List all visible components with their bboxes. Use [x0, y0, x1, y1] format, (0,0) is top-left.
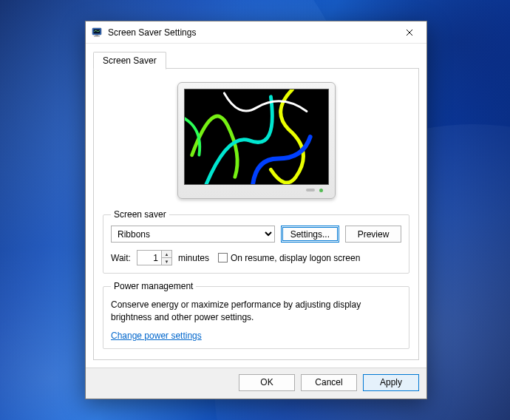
preview-monitor — [177, 82, 336, 199]
resume-checkbox-label: On resume, display logon screen — [231, 253, 360, 263]
dialog-client-area: Screen Saver — [86, 44, 426, 368]
screensaver-group: Screen saver Ribbons Settings... Preview… — [103, 209, 409, 274]
settings-button[interactable]: Settings... — [281, 226, 339, 243]
change-power-settings-link[interactable]: Change power settings — [111, 331, 202, 341]
minutes-label: minutes — [178, 253, 209, 263]
monitor-screen — [184, 89, 329, 185]
power-description: Conserve energy or maximize performance … — [111, 299, 401, 325]
screensaver-settings-dialog: Screen Saver Settings Screen Saver — [85, 21, 427, 399]
resume-checkbox[interactable] — [218, 253, 228, 262]
close-button[interactable] — [392, 21, 426, 44]
monitor-frame — [177, 82, 336, 199]
power-group-legend: Power management — [111, 281, 196, 291]
screensaver-preview-area — [103, 78, 409, 209]
wait-input[interactable] — [137, 251, 161, 265]
apply-button[interactable]: Apply — [363, 374, 419, 391]
tab-label: Screen Saver — [103, 55, 157, 66]
resume-checkbox-wrap[interactable]: On resume, display logon screen — [218, 253, 360, 263]
app-icon — [92, 27, 103, 38]
window-title: Screen Saver Settings — [108, 27, 392, 38]
titlebar[interactable]: Screen Saver Settings — [86, 21, 426, 44]
monitor-led-icon — [319, 189, 323, 192]
cancel-button[interactable]: Cancel — [301, 374, 357, 391]
monitor-base — [184, 185, 329, 195]
dialog-button-row: OK Cancel Apply — [86, 368, 426, 399]
tab-strip-border — [166, 68, 419, 69]
tab-page: Screen saver Ribbons Settings... Preview… — [93, 69, 419, 360]
svg-rect-2 — [95, 35, 98, 36]
screensaver-select[interactable]: Ribbons — [111, 226, 275, 243]
power-management-group: Power management Conserve energy or maxi… — [103, 281, 409, 349]
wait-spin-up[interactable]: ▲ — [162, 251, 171, 257]
screensaver-group-legend: Screen saver — [111, 209, 169, 220]
tab-screen-saver[interactable]: Screen Saver — [93, 52, 166, 70]
ok-button[interactable]: OK — [239, 374, 295, 391]
preview-button[interactable]: Preview — [345, 226, 401, 243]
wait-label: Wait: — [111, 253, 131, 263]
wait-spin-down[interactable]: ▼ — [162, 257, 171, 265]
svg-rect-3 — [94, 35, 100, 36]
monitor-button-icon — [306, 189, 315, 192]
tab-strip: Screen Saver — [93, 50, 419, 69]
wait-spinner: ▲ ▼ — [137, 250, 172, 265]
